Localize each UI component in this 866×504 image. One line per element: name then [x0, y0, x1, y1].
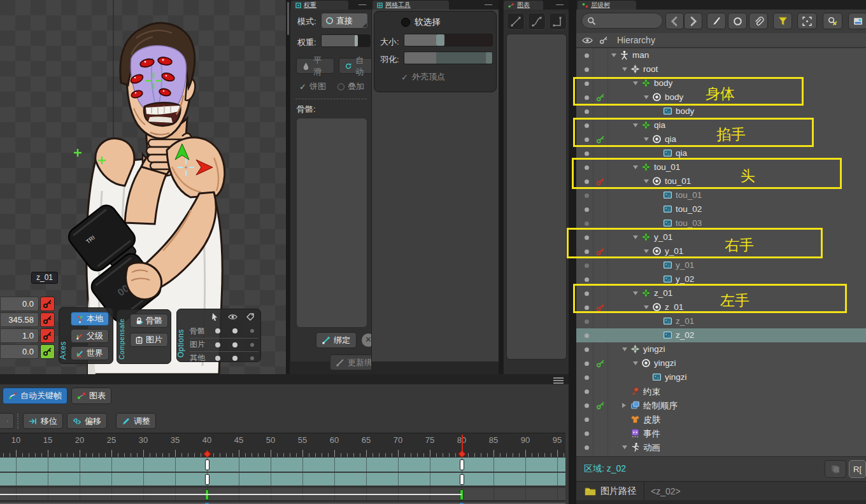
pie-checkbox[interactable]: ✓饼图: [299, 81, 326, 92]
timeline-separator[interactable]: [0, 374, 569, 384]
curve-stepped-button[interactable]: [549, 13, 567, 30]
expand-arrow-icon[interactable]: [622, 445, 627, 449]
expand-arrow-icon[interactable]: [633, 291, 638, 295]
axes-local-button[interactable]: 本地: [71, 312, 109, 326]
viewport-canvas[interactable]: TRI 00: [0, 0, 286, 374]
auto-button[interactable]: 自动: [339, 58, 376, 74]
timeline-ruler[interactable]: 101520253035404550556065707580859095: [0, 433, 565, 458]
weight-slider[interactable]: [321, 34, 371, 47]
tree-row-tou_02[interactable]: tou_02: [576, 202, 866, 216]
tree-row-yingzi[interactable]: yingzi: [576, 356, 866, 370]
expand-arrow-icon[interactable]: [633, 81, 638, 85]
red-key-icon[interactable]: [596, 177, 605, 186]
graph-button[interactable]: 图表: [71, 388, 111, 404]
pose-tool-button[interactable]: [707, 13, 726, 29]
viewport-scrollbar[interactable]: [287, 2, 289, 35]
rename-button[interactable]: R[: [849, 460, 866, 478]
dopesheet-track[interactable]: [0, 473, 565, 487]
keyframe-button-red[interactable]: [40, 297, 55, 311]
tree-row-z_01[interactable]: z_01: [576, 286, 866, 300]
axes-parent-button[interactable]: 父级: [71, 329, 109, 343]
expand-arrow-icon[interactable]: [633, 165, 638, 169]
tree-row-绘制顺序[interactable]: 绘制顺序: [576, 398, 866, 412]
bones-listbox[interactable]: [296, 118, 367, 328]
green-key-icon[interactable]: [596, 359, 605, 368]
expand-arrow-icon[interactable]: [611, 53, 616, 57]
mode-dropdown[interactable]: 直接: [321, 13, 368, 29]
tree-row-yingzi[interactable]: yingzi: [576, 370, 866, 384]
select-toggle-dot[interactable]: [215, 328, 220, 333]
circle-select-button[interactable]: [728, 13, 747, 29]
keyframe-white[interactable]: [460, 474, 464, 485]
image-path-value[interactable]: <z_02>: [651, 486, 681, 496]
attach-button[interactable]: [749, 13, 768, 29]
curve-bezier-button[interactable]: [528, 13, 546, 30]
key-icon[interactable]: [599, 36, 608, 45]
autokey-button[interactable]: 自动关键帧: [3, 388, 67, 404]
compensate-images-button[interactable]: 图片: [130, 333, 168, 347]
tab-hierarchy-tree[interactable]: 层级树: [578, 1, 636, 10]
expand-arrow-icon[interactable]: [622, 67, 627, 71]
expand-arrow-icon[interactable]: [633, 235, 638, 239]
tree-row-yingzi[interactable]: yingzi: [576, 342, 866, 356]
tree-row-qia[interactable]: qia: [576, 118, 866, 132]
shift-button[interactable]: 移位: [23, 413, 63, 429]
tree-row-事件[interactable]: 事件: [576, 426, 866, 440]
tree-row-y_01[interactable]: y_01: [576, 258, 866, 272]
red-key-icon[interactable]: [596, 303, 605, 312]
visible-toggle-dot[interactable]: [232, 328, 238, 333]
size-slider[interactable]: [404, 34, 493, 46]
green-key-icon[interactable]: [596, 401, 605, 410]
tree-row-y_01[interactable]: y_01: [576, 244, 866, 258]
tree-row-body[interactable]: body: [576, 90, 866, 104]
expand-arrow-icon[interactable]: [622, 403, 626, 408]
minimize-icon[interactable]: —: [485, 0, 492, 9]
feather-slider[interactable]: [404, 52, 493, 64]
transform-value-field[interactable]: 0.0: [0, 344, 39, 359]
transform-value-field[interactable]: 345.58: [0, 312, 39, 327]
keyframe-white[interactable]: [205, 459, 209, 470]
keyframe-button-red[interactable]: [40, 312, 55, 327]
panel-layout-button[interactable]: [848, 13, 866, 29]
tree-row-皮肤[interactable]: 皮肤: [576, 412, 866, 426]
red-key-icon[interactable]: [596, 247, 605, 256]
minimize-icon[interactable]: —: [556, 0, 564, 9]
expand-arrow-icon[interactable]: [633, 361, 638, 365]
tree-row-y_01[interactable]: y_01: [576, 230, 866, 244]
transform-value-field[interactable]: 1.0: [0, 328, 39, 343]
copy-keys-button[interactable]: [0, 413, 14, 429]
green-key-icon[interactable]: [596, 135, 605, 144]
tab-weights[interactable]: 权重: [291, 1, 348, 10]
search-edit-button[interactable]: [823, 13, 842, 29]
select-toggle-dot[interactable]: [215, 342, 220, 347]
keyframe-white[interactable]: [460, 459, 464, 470]
keyframe-button-green[interactable]: [40, 344, 55, 359]
visible-toggle-dot[interactable]: [232, 342, 238, 347]
drag-handle-icon[interactable]: [553, 376, 564, 385]
filter-button[interactable]: [773, 13, 792, 29]
tree-row-z_01[interactable]: z_01: [576, 300, 866, 314]
tree-row-z_02[interactable]: z_02: [576, 328, 866, 342]
expand-arrow-icon[interactable]: [644, 305, 649, 309]
keyframe-white[interactable]: [205, 474, 209, 485]
adjust-button[interactable]: 调整: [116, 413, 156, 429]
tree-row-约束[interactable]: 约束: [576, 384, 866, 398]
label-toggle-dot[interactable]: [250, 329, 254, 333]
dopesheet-track[interactable]: [0, 458, 565, 472]
search-input[interactable]: [581, 13, 663, 29]
overlay-checkbox[interactable]: 叠加: [337, 81, 364, 92]
tree-row-y_02[interactable]: y_02: [576, 272, 866, 286]
smooth-button[interactable]: 平滑: [296, 58, 334, 74]
expand-arrow-icon[interactable]: [644, 179, 649, 183]
graph-canvas[interactable]: [506, 34, 567, 360]
tab-mesh-tools[interactable]: 网格工具: [373, 1, 449, 10]
tree-row-动画[interactable]: 动画: [576, 440, 866, 454]
tab-graph[interactable]: 图表: [504, 1, 543, 10]
expand-arrow-icon[interactable]: [644, 137, 649, 141]
tree-row-man[interactable]: man: [576, 48, 866, 62]
keyframe-button-red[interactable]: [40, 328, 55, 343]
tree-row-tou_03[interactable]: tou_03: [576, 216, 866, 230]
tree-row-body[interactable]: body: [576, 104, 866, 118]
tree-row-body[interactable]: body: [576, 76, 866, 90]
curve-linear-button[interactable]: [507, 13, 525, 30]
